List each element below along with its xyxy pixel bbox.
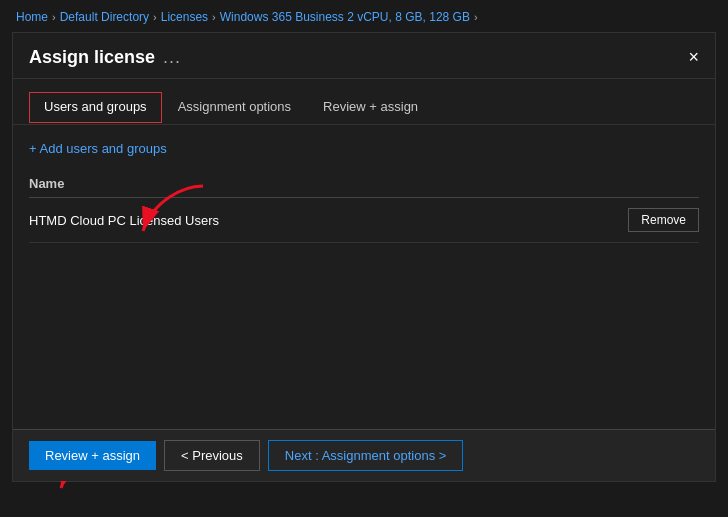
panel-more-options[interactable]: ... <box>163 47 181 68</box>
panel-title-area: Assign license ... <box>29 47 181 68</box>
previous-button[interactable]: < Previous <box>164 440 260 471</box>
tab-review-assign[interactable]: Review + assign <box>307 91 434 124</box>
panel-header: Assign license ... × <box>13 33 715 79</box>
add-users-groups-link[interactable]: + Add users and groups <box>29 141 167 156</box>
breadcrumb-sep-3: › <box>212 11 216 23</box>
breadcrumb-sep-4: › <box>474 11 478 23</box>
breadcrumb: Home › Default Directory › Licenses › Wi… <box>0 0 728 32</box>
breadcrumb-licenses[interactable]: Licenses <box>161 10 208 24</box>
review-assign-button[interactable]: Review + assign <box>29 441 156 470</box>
tabs-row: Users and groups Assignment options Revi… <box>13 79 715 125</box>
breadcrumb-home[interactable]: Home <box>16 10 48 24</box>
next-assignment-options-button[interactable]: Next : Assignment options > <box>268 440 464 471</box>
footer-bar: Review + assign < Previous Next : Assign… <box>13 429 715 481</box>
assign-license-panel: Assign license ... × Users and groups As… <box>12 32 716 482</box>
breadcrumb-sep-2: › <box>153 11 157 23</box>
breadcrumb-sep-1: › <box>52 11 56 23</box>
remove-button[interactable]: Remove <box>628 208 699 232</box>
tab-users-and-groups[interactable]: Users and groups <box>29 92 162 123</box>
table-row: HTMD Cloud PC Licensed Users Remove <box>29 198 699 243</box>
panel-title: Assign license <box>29 47 155 68</box>
breadcrumb-directory[interactable]: Default Directory <box>60 10 149 24</box>
table-header: Name <box>29 170 699 198</box>
panel-close-button[interactable]: × <box>688 47 699 68</box>
user-group-name: HTMD Cloud PC Licensed Users <box>29 213 219 228</box>
breadcrumb-product[interactable]: Windows 365 Business 2 vCPU, 8 GB, 128 G… <box>220 10 470 24</box>
panel-content: + Add users and groups Name HTMD Cloud P… <box>13 125 715 481</box>
tab-assignment-options[interactable]: Assignment options <box>162 91 307 124</box>
